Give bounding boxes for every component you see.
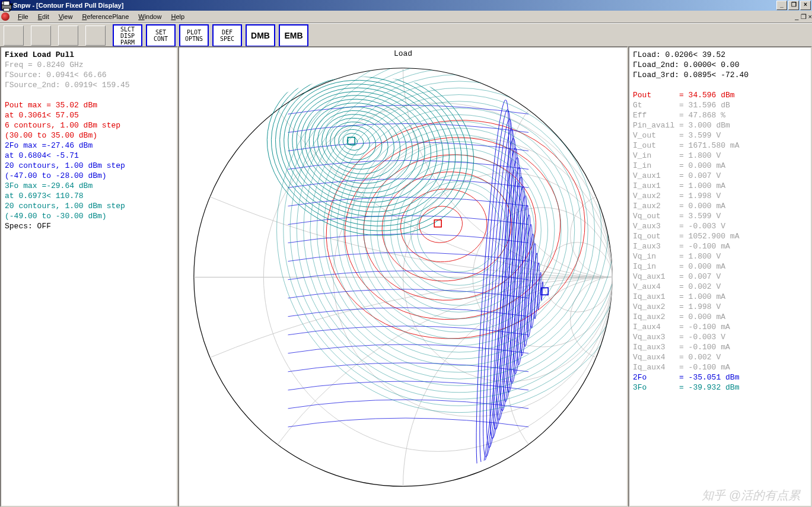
svg-point-94	[290, 61, 627, 399]
svg-point-86	[343, 114, 574, 345]
readout-row: V_aux2 = 1.998 V	[633, 191, 807, 201]
smith-chart-pane[interactable]: Load	[178, 46, 628, 507]
svg-point-24	[403, 277, 628, 495]
lp-pout-2: 6 contours, 1.00 dBm step	[5, 120, 173, 130]
lp-2fo-3: (-47.00 to -28.00 dBm)	[5, 171, 173, 181]
readout-row: I_aux2 = 0.000 mA	[633, 201, 807, 211]
readout-row: V_aux1 = 0.007 V	[633, 171, 807, 181]
readout-row: Pin_avail = 3.000 dBm	[633, 120, 807, 130]
save-icon[interactable]	[4, 25, 24, 46]
readout-row: V_out = 3.599 V	[633, 130, 807, 141]
readout-row: V_aux4 = 0.002 V	[633, 282, 807, 292]
readout-row: Vq_in = 1.800 V	[633, 251, 807, 262]
restore-button[interactable]: ❐	[788, 1, 799, 10]
menu-help[interactable]: Help	[166, 12, 189, 21]
right-readout-pane: ΓLoad: 0.0206< 39.52 ΓLoad_2nd: 0.0000< …	[628, 46, 812, 507]
svg-point-87	[337, 108, 581, 352]
readout-row: 2Fo = -35.051 dBm	[633, 372, 807, 382]
readout-row: I_in = 0.000 mA	[633, 161, 807, 171]
rp-gload: ΓLoad: 0.0206< 39.52	[633, 50, 807, 60]
lp-3fo-2: 20 contours, 1.00 dBm step	[5, 201, 173, 211]
svg-point-89	[324, 95, 595, 366]
copy-icon[interactable]	[58, 25, 78, 46]
mdi-restore-button[interactable]: ❐	[801, 13, 807, 20]
svg-point-53	[474, 109, 517, 467]
def-spec-button[interactable]: DEF SPEC	[212, 24, 242, 47]
set-cont-button[interactable]: SET CONT	[146, 24, 176, 47]
menu-file[interactable]: File	[13, 12, 33, 21]
smith-chart[interactable]	[179, 47, 627, 495]
lp-2fo-2: 20 contours, 1.00 dBm step	[5, 161, 173, 171]
emb-button[interactable]: EMB	[279, 24, 308, 47]
mdi-minimize-button[interactable]: _	[795, 13, 798, 20]
svg-point-25	[508, 68, 627, 278]
readout-row: Iq_aux4 = -0.100 mA	[633, 362, 807, 372]
svg-point-56	[341, 131, 365, 152]
left-info-pane: Fixed Load Pull Freq = 0.8240 GHz ΓSourc…	[0, 46, 178, 507]
readout-row: Gt = 31.596 dB	[633, 100, 807, 110]
lp-3fo-0: 3Fo max =-29.64 dBm	[5, 181, 173, 191]
lp-title: Fixed Load Pull	[5, 50, 173, 60]
lp-gsrc: ΓSource: 0.0941< 66.66	[5, 70, 173, 80]
print-icon[interactable]	[85, 25, 106, 46]
svg-rect-10	[4, 8, 9, 11]
svg-rect-9	[4, 1, 9, 5]
readout-row: Iq_in = 0.000 mA	[633, 262, 807, 272]
readout-row: I_aux3 = -0.100 mA	[633, 241, 807, 251]
lp-pout-3: (30.00 to 35.00 dBm)	[5, 130, 173, 141]
menu-refplane[interactable]: ReferencePlane	[77, 12, 133, 21]
readout-row: Pout = 34.596 dBm	[633, 90, 807, 100]
svg-point-22	[194, 277, 627, 495]
mdi-close-button[interactable]: ×	[808, 13, 812, 20]
readout-row: Vq_aux2 = 1.998 V	[633, 302, 807, 312]
workspace: Fixed Load Pull Freq = 0.8240 GHz ΓSourc…	[0, 46, 812, 507]
lp-2fo-1: at 0.6804< -5.71	[5, 151, 173, 161]
lp-pout-1: at 0.3061< 57.05	[5, 110, 173, 120]
readout-row: Vq_aux3 = -0.003 V	[633, 332, 807, 342]
svg-point-52	[477, 119, 518, 458]
lp-3fo-1: at 0.6973< 110.78	[5, 191, 173, 201]
readout-row: Iq_aux3 = -0.100 mA	[633, 342, 807, 352]
close-button[interactable]: ×	[800, 1, 811, 10]
doc-icon	[1, 12, 9, 21]
svg-point-68	[279, 72, 451, 223]
menu-window[interactable]: Window	[133, 12, 166, 21]
svg-point-73	[253, 47, 486, 252]
menu-edit[interactable]: Edit	[33, 12, 54, 21]
svg-point-76	[410, 181, 508, 279]
svg-point-77	[404, 175, 514, 285]
lp-2fo-0: 2Fo max =-27.46 dBm	[5, 141, 173, 151]
svg-point-42	[515, 215, 533, 365]
toolbar: xls SLCT DISP PARM SET CONT PLOT OPTNS D…	[0, 23, 812, 48]
readout-row: I_aux4 = -0.100 mA	[633, 322, 807, 332]
plot-optns-button[interactable]: PLOT OPTNS	[179, 24, 209, 47]
readout-row: Eff = 47.868 %	[633, 110, 807, 120]
lp-gsrc2: ΓSource_2nd: 0.0919< 159.45	[5, 80, 173, 90]
readout-row: Iq_out = 1052.900 mA	[633, 231, 807, 241]
window-title: Snpw - [Contour Fixed Pull Display]	[13, 2, 123, 9]
readout-row: I_out = 1671.580 mA	[633, 141, 807, 151]
readout-row: Vq_aux1 = 0.007 V	[633, 272, 807, 282]
menu-view[interactable]: View	[54, 12, 78, 21]
export-xls-icon[interactable]: xls	[31, 25, 51, 46]
minimize-button[interactable]: _	[776, 1, 787, 10]
svg-rect-97	[434, 220, 441, 227]
dmb-button[interactable]: DMB	[246, 24, 275, 47]
readout-row: V_in = 1.800 V	[633, 151, 807, 161]
readout-row: Vq_aux4 = 0.002 V	[633, 352, 807, 362]
lp-3fo-3: (-49.00 to -30.00 dBm)	[5, 211, 173, 221]
readout-row: 3Fo = -39.932 dBm	[633, 382, 807, 393]
svg-rect-99	[348, 138, 355, 145]
readout-row: Vq_out = 3.599 V	[633, 211, 807, 221]
rp-gload3: ΓLoad_3rd: 0.0895< -72.40	[633, 70, 807, 80]
lp-freq: Freq = 0.8240 GHz	[5, 60, 173, 70]
readout-row: Iq_aux2 = 0.000 mA	[633, 312, 807, 322]
lp-specs: Specs: OFF	[5, 221, 173, 231]
readout-row: I_aux1 = 1.000 mA	[633, 181, 807, 191]
svg-point-29	[417, 203, 465, 245]
rp-gload2: ΓLoad_2nd: 0.0000< 0.00	[633, 60, 807, 70]
slct-disp-parm-button[interactable]: SLCT DISP PARM	[113, 24, 142, 47]
lp-pout-0: Pout max = 35.02 dBm	[5, 100, 173, 110]
readout-row: V_aux3 = -0.003 V	[633, 221, 807, 231]
svg-point-95	[284, 55, 627, 406]
